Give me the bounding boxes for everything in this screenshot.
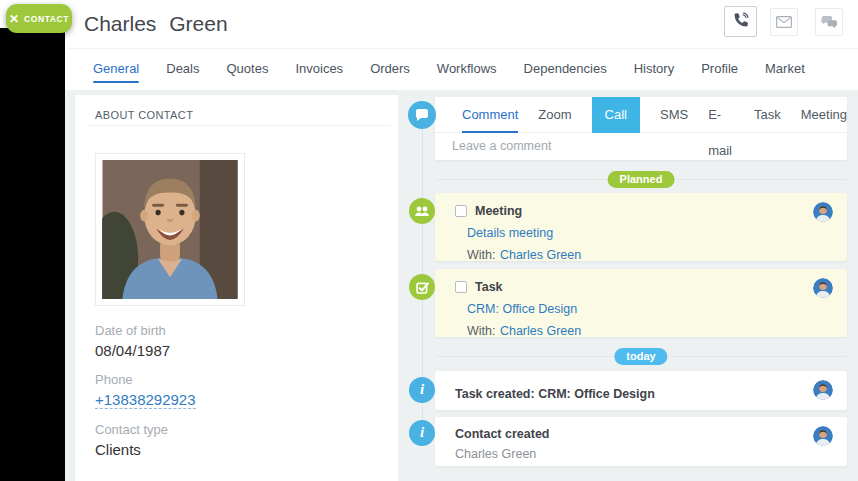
contact-created-title: Contact created [455,427,827,441]
task-title: Task [475,280,503,294]
field-value: 08/04/1987 [95,342,196,359]
envelope-icon [776,16,792,28]
planned-badge: Planned [608,171,675,188]
phone-link[interactable]: +13838292923 [95,391,196,409]
composer-tab-sms[interactable]: SMS [660,97,688,133]
avatar [813,426,833,446]
about-divider [87,125,390,126]
background-overlay [0,28,65,481]
composer-tab-meeting[interactable]: Meeting [801,97,847,133]
info-stream-icon: i [409,377,435,403]
today-group-separator: today [435,348,847,365]
chat-bubbles-icon [821,15,838,29]
tab-dependencies[interactable]: Dependencies [524,48,607,90]
two-people-icon [414,205,430,218]
tab-history[interactable]: History [634,48,674,90]
about-section-title: ABOUT CONTACT [95,109,193,121]
field-label: Contact type [95,422,196,437]
check-square-icon [415,280,430,295]
contact-detail-page: ✕ CONTACT Charles Green General Deals Qu… [0,0,858,481]
contact-fields: Date of birth 08/04/1987 Phone +13838292… [95,323,196,471]
page-title: Charles Green [84,12,228,36]
tab-deals[interactable]: Deals [166,48,199,90]
avatar [813,380,833,400]
contact-created-name: Charles Green [455,447,827,461]
entity-nav-tabs: General Deals Quotes Invoices Orders Wor… [93,48,805,90]
chat-button[interactable] [815,8,843,36]
contact-photo [95,153,245,306]
field-value: Clients [95,441,196,458]
avatar-image [813,278,833,298]
composer-tab-zoom[interactable]: Zoom [538,97,571,133]
composer-tabs: Comment Zoom Call SMS E-mail Task Meetin… [435,97,847,133]
timeline-task-created-card: Task created: CRM: Office Design [435,371,847,410]
composer-tab-comment[interactable]: Comment [462,97,518,133]
timeline-contact-created-card: Contact created Charles Green [435,417,847,466]
task-stream-icon [409,274,435,300]
meeting-details-link[interactable]: Details meeting [467,226,553,240]
field-label: Date of birth [95,323,196,338]
task-details-link[interactable]: CRM: Office Design [467,302,577,316]
meeting-title: Meeting [475,204,522,218]
email-button[interactable] [770,8,798,36]
meeting-contact-link[interactable]: Charles Green [500,248,581,262]
composer-tab-email[interactable]: E-mail [708,97,734,133]
info-icon: i [420,382,424,397]
composer-tab-task[interactable]: Task [754,97,781,133]
portrait-image [102,160,238,299]
entity-type-label: CONTACT [24,14,69,24]
tab-market[interactable]: Market [765,48,805,90]
timeline-composer: Comment Zoom Call SMS E-mail Task Meetin… [435,97,847,160]
with-label: With: [467,324,495,338]
tab-quotes[interactable]: Quotes [227,48,269,90]
avatar-image [813,202,833,222]
with-label: With: [467,248,495,262]
planned-group-separator: Planned [435,171,847,188]
tab-orders[interactable]: Orders [370,48,410,90]
avatar [813,202,833,222]
task-created-title: Task created: CRM: Office Design [455,387,655,401]
about-contact-panel: ABOUT CONTACT [75,95,398,481]
phone-icon [731,12,750,31]
today-badge: today [614,348,667,365]
close-icon: ✕ [9,13,19,25]
info-stream-icon: i [409,420,435,446]
field-phone: Phone +13838292923 [95,372,196,409]
call-button[interactable] [724,6,757,37]
timeline-meeting-card: Meeting Details meeting With: Charles Gr… [435,193,847,261]
meeting-checkbox[interactable] [455,205,467,217]
avatar-image [813,380,833,400]
tab-profile[interactable]: Profile [701,48,738,90]
tab-workflows[interactable]: Workflows [437,48,497,90]
field-date-of-birth: Date of birth 08/04/1987 [95,323,196,359]
meeting-stream-icon [409,198,435,224]
close-slider-button[interactable]: ✕ CONTACT [6,4,72,33]
field-contact-type: Contact type Clients [95,422,196,458]
speech-bubble-icon [415,109,429,121]
composer-tab-call[interactable]: Call [592,97,640,133]
timeline-task-card: Task CRM: Office Design With: Charles Gr… [435,269,847,337]
avatar-image [813,426,833,446]
field-label: Phone [95,372,196,387]
tab-invoices[interactable]: Invoices [295,48,343,90]
task-checkbox[interactable] [455,281,467,293]
avatar [813,278,833,298]
info-icon: i [420,425,424,440]
comment-input[interactable]: Leave a comment [435,133,847,159]
comment-stream-icon [408,101,436,129]
task-contact-link[interactable]: Charles Green [500,324,581,338]
tab-general[interactable]: General [93,48,139,90]
